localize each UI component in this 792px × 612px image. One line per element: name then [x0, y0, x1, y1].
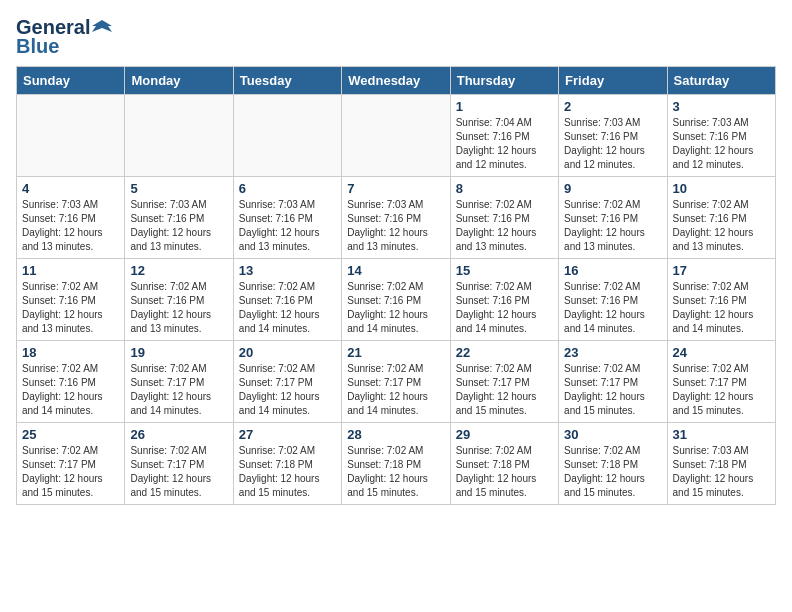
day-info: Sunrise: 7:03 AM Sunset: 7:16 PM Dayligh… — [347, 198, 444, 254]
day-number: 23 — [564, 345, 661, 360]
day-info: Sunrise: 7:02 AM Sunset: 7:16 PM Dayligh… — [22, 362, 119, 418]
calendar-week-2: 4Sunrise: 7:03 AM Sunset: 7:16 PM Daylig… — [17, 177, 776, 259]
calendar-cell: 20Sunrise: 7:02 AM Sunset: 7:17 PM Dayli… — [233, 341, 341, 423]
day-number: 29 — [456, 427, 553, 442]
calendar-week-1: 1Sunrise: 7:04 AM Sunset: 7:16 PM Daylig… — [17, 95, 776, 177]
day-number: 2 — [564, 99, 661, 114]
calendar-cell — [125, 95, 233, 177]
day-number: 31 — [673, 427, 770, 442]
calendar-cell: 2Sunrise: 7:03 AM Sunset: 7:16 PM Daylig… — [559, 95, 667, 177]
header-saturday: Saturday — [667, 67, 775, 95]
calendar-week-5: 25Sunrise: 7:02 AM Sunset: 7:17 PM Dayli… — [17, 423, 776, 505]
day-number: 3 — [673, 99, 770, 114]
day-number: 13 — [239, 263, 336, 278]
day-number: 28 — [347, 427, 444, 442]
day-info: Sunrise: 7:02 AM Sunset: 7:17 PM Dayligh… — [564, 362, 661, 418]
day-info: Sunrise: 7:02 AM Sunset: 7:17 PM Dayligh… — [130, 362, 227, 418]
calendar-cell: 7Sunrise: 7:03 AM Sunset: 7:16 PM Daylig… — [342, 177, 450, 259]
day-info: Sunrise: 7:02 AM Sunset: 7:16 PM Dayligh… — [239, 280, 336, 336]
calendar-cell: 28Sunrise: 7:02 AM Sunset: 7:18 PM Dayli… — [342, 423, 450, 505]
header-friday: Friday — [559, 67, 667, 95]
calendar-cell: 13Sunrise: 7:02 AM Sunset: 7:16 PM Dayli… — [233, 259, 341, 341]
logo-bird-icon — [92, 18, 112, 38]
day-number: 14 — [347, 263, 444, 278]
calendar-cell: 9Sunrise: 7:02 AM Sunset: 7:16 PM Daylig… — [559, 177, 667, 259]
day-info: Sunrise: 7:02 AM Sunset: 7:18 PM Dayligh… — [564, 444, 661, 500]
day-number: 8 — [456, 181, 553, 196]
calendar-cell: 27Sunrise: 7:02 AM Sunset: 7:18 PM Dayli… — [233, 423, 341, 505]
day-number: 15 — [456, 263, 553, 278]
day-number: 5 — [130, 181, 227, 196]
calendar-cell — [342, 95, 450, 177]
calendar-cell: 11Sunrise: 7:02 AM Sunset: 7:16 PM Dayli… — [17, 259, 125, 341]
day-info: Sunrise: 7:03 AM Sunset: 7:16 PM Dayligh… — [239, 198, 336, 254]
calendar-cell: 16Sunrise: 7:02 AM Sunset: 7:16 PM Dayli… — [559, 259, 667, 341]
calendar-cell: 3Sunrise: 7:03 AM Sunset: 7:16 PM Daylig… — [667, 95, 775, 177]
day-info: Sunrise: 7:02 AM Sunset: 7:16 PM Dayligh… — [564, 280, 661, 336]
day-info: Sunrise: 7:02 AM Sunset: 7:16 PM Dayligh… — [130, 280, 227, 336]
day-number: 18 — [22, 345, 119, 360]
calendar-cell: 5Sunrise: 7:03 AM Sunset: 7:16 PM Daylig… — [125, 177, 233, 259]
day-number: 7 — [347, 181, 444, 196]
day-info: Sunrise: 7:04 AM Sunset: 7:16 PM Dayligh… — [456, 116, 553, 172]
day-info: Sunrise: 7:03 AM Sunset: 7:18 PM Dayligh… — [673, 444, 770, 500]
day-info: Sunrise: 7:02 AM Sunset: 7:16 PM Dayligh… — [347, 280, 444, 336]
day-number: 6 — [239, 181, 336, 196]
header-wednesday: Wednesday — [342, 67, 450, 95]
day-info: Sunrise: 7:02 AM Sunset: 7:16 PM Dayligh… — [673, 198, 770, 254]
day-number: 30 — [564, 427, 661, 442]
day-number: 22 — [456, 345, 553, 360]
calendar-cell: 12Sunrise: 7:02 AM Sunset: 7:16 PM Dayli… — [125, 259, 233, 341]
calendar-week-4: 18Sunrise: 7:02 AM Sunset: 7:16 PM Dayli… — [17, 341, 776, 423]
day-number: 17 — [673, 263, 770, 278]
day-info: Sunrise: 7:02 AM Sunset: 7:17 PM Dayligh… — [22, 444, 119, 500]
day-info: Sunrise: 7:03 AM Sunset: 7:16 PM Dayligh… — [673, 116, 770, 172]
svg-marker-0 — [92, 20, 112, 32]
calendar-cell: 17Sunrise: 7:02 AM Sunset: 7:16 PM Dayli… — [667, 259, 775, 341]
calendar-cell: 24Sunrise: 7:02 AM Sunset: 7:17 PM Dayli… — [667, 341, 775, 423]
header-monday: Monday — [125, 67, 233, 95]
calendar-cell: 26Sunrise: 7:02 AM Sunset: 7:17 PM Dayli… — [125, 423, 233, 505]
day-info: Sunrise: 7:02 AM Sunset: 7:16 PM Dayligh… — [456, 280, 553, 336]
day-info: Sunrise: 7:02 AM Sunset: 7:16 PM Dayligh… — [22, 280, 119, 336]
calendar-cell: 23Sunrise: 7:02 AM Sunset: 7:17 PM Dayli… — [559, 341, 667, 423]
header-thursday: Thursday — [450, 67, 558, 95]
calendar-cell: 10Sunrise: 7:02 AM Sunset: 7:16 PM Dayli… — [667, 177, 775, 259]
day-number: 16 — [564, 263, 661, 278]
calendar-cell: 21Sunrise: 7:02 AM Sunset: 7:17 PM Dayli… — [342, 341, 450, 423]
calendar-cell: 31Sunrise: 7:03 AM Sunset: 7:18 PM Dayli… — [667, 423, 775, 505]
calendar-table: SundayMondayTuesdayWednesdayThursdayFrid… — [16, 66, 776, 505]
day-info: Sunrise: 7:02 AM Sunset: 7:17 PM Dayligh… — [456, 362, 553, 418]
calendar-cell: 25Sunrise: 7:02 AM Sunset: 7:17 PM Dayli… — [17, 423, 125, 505]
calendar-header-row: SundayMondayTuesdayWednesdayThursdayFrid… — [17, 67, 776, 95]
day-info: Sunrise: 7:02 AM Sunset: 7:18 PM Dayligh… — [347, 444, 444, 500]
calendar-cell: 22Sunrise: 7:02 AM Sunset: 7:17 PM Dayli… — [450, 341, 558, 423]
calendar-cell: 1Sunrise: 7:04 AM Sunset: 7:16 PM Daylig… — [450, 95, 558, 177]
day-info: Sunrise: 7:02 AM Sunset: 7:17 PM Dayligh… — [673, 362, 770, 418]
day-info: Sunrise: 7:03 AM Sunset: 7:16 PM Dayligh… — [564, 116, 661, 172]
calendar-cell: 19Sunrise: 7:02 AM Sunset: 7:17 PM Dayli… — [125, 341, 233, 423]
day-number: 4 — [22, 181, 119, 196]
calendar-cell: 18Sunrise: 7:02 AM Sunset: 7:16 PM Dayli… — [17, 341, 125, 423]
day-info: Sunrise: 7:03 AM Sunset: 7:16 PM Dayligh… — [130, 198, 227, 254]
calendar-cell: 29Sunrise: 7:02 AM Sunset: 7:18 PM Dayli… — [450, 423, 558, 505]
logo-blue-text: Blue — [16, 35, 59, 58]
logo: General Blue — [16, 16, 112, 58]
header: General Blue — [16, 16, 776, 58]
calendar-cell: 14Sunrise: 7:02 AM Sunset: 7:16 PM Dayli… — [342, 259, 450, 341]
day-number: 11 — [22, 263, 119, 278]
calendar-cell — [17, 95, 125, 177]
header-tuesday: Tuesday — [233, 67, 341, 95]
day-info: Sunrise: 7:02 AM Sunset: 7:17 PM Dayligh… — [239, 362, 336, 418]
day-number: 20 — [239, 345, 336, 360]
day-number: 10 — [673, 181, 770, 196]
calendar-week-3: 11Sunrise: 7:02 AM Sunset: 7:16 PM Dayli… — [17, 259, 776, 341]
calendar-cell — [233, 95, 341, 177]
day-number: 9 — [564, 181, 661, 196]
day-info: Sunrise: 7:02 AM Sunset: 7:16 PM Dayligh… — [564, 198, 661, 254]
calendar-cell: 15Sunrise: 7:02 AM Sunset: 7:16 PM Dayli… — [450, 259, 558, 341]
day-info: Sunrise: 7:02 AM Sunset: 7:17 PM Dayligh… — [130, 444, 227, 500]
calendar-cell: 6Sunrise: 7:03 AM Sunset: 7:16 PM Daylig… — [233, 177, 341, 259]
day-number: 21 — [347, 345, 444, 360]
header-sunday: Sunday — [17, 67, 125, 95]
